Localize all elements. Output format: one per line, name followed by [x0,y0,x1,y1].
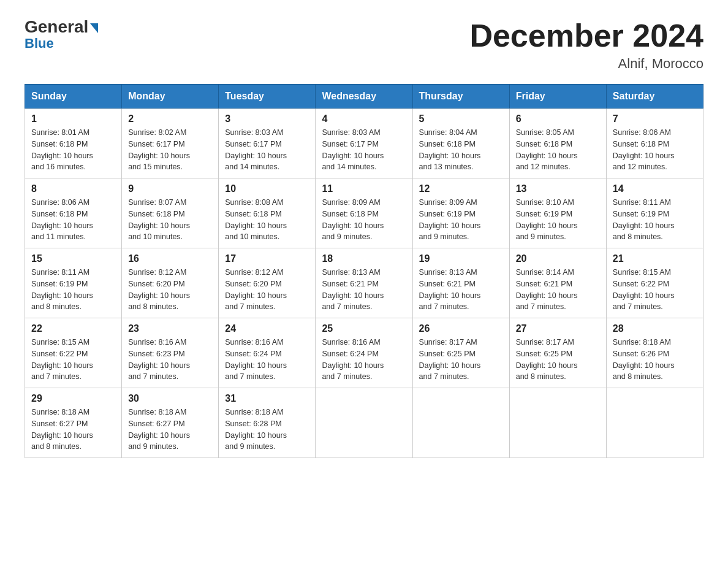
day-info: Sunrise: 8:18 AM Sunset: 6:27 PM Dayligh… [31,407,115,453]
day-info: Sunrise: 8:17 AM Sunset: 6:25 PM Dayligh… [419,337,503,383]
week-row-3: 15Sunrise: 8:11 AM Sunset: 6:19 PM Dayli… [25,248,703,318]
day-number: 10 [225,183,309,194]
calendar-cell: 8Sunrise: 8:06 AM Sunset: 6:18 PM Daylig… [25,178,122,248]
calendar-cell: 3Sunrise: 8:03 AM Sunset: 6:17 PM Daylig… [219,109,316,178]
logo-general: General [25,18,98,36]
column-header-sunday: Sunday [25,85,122,109]
calendar-table: SundayMondayTuesdayWednesdayThursdayFrid… [25,84,703,458]
calendar-cell: 11Sunrise: 8:09 AM Sunset: 6:18 PM Dayli… [316,178,412,248]
calendar-cell: 12Sunrise: 8:09 AM Sunset: 6:19 PM Dayli… [412,178,509,248]
calendar-cell: 30Sunrise: 8:18 AM Sunset: 6:27 PM Dayli… [122,388,219,458]
day-info: Sunrise: 8:01 AM Sunset: 6:18 PM Dayligh… [31,127,115,173]
day-info: Sunrise: 8:13 AM Sunset: 6:21 PM Dayligh… [419,267,503,313]
calendar-cell: 14Sunrise: 8:11 AM Sunset: 6:19 PM Dayli… [606,178,703,248]
day-info: Sunrise: 8:09 AM Sunset: 6:19 PM Dayligh… [419,197,503,243]
calendar-cell: 10Sunrise: 8:08 AM Sunset: 6:18 PM Dayli… [219,178,316,248]
day-info: Sunrise: 8:10 AM Sunset: 6:19 PM Dayligh… [516,197,600,243]
calendar-cell: 9Sunrise: 8:07 AM Sunset: 6:18 PM Daylig… [122,178,219,248]
day-info: Sunrise: 8:17 AM Sunset: 6:25 PM Dayligh… [516,337,600,383]
day-info: Sunrise: 8:08 AM Sunset: 6:18 PM Dayligh… [225,197,309,243]
calendar-cell: 23Sunrise: 8:16 AM Sunset: 6:23 PM Dayli… [122,318,219,388]
day-info: Sunrise: 8:04 AM Sunset: 6:18 PM Dayligh… [419,127,503,173]
calendar-cell: 31Sunrise: 8:18 AM Sunset: 6:28 PM Dayli… [219,388,316,458]
calendar-cell: 28Sunrise: 8:18 AM Sunset: 6:26 PM Dayli… [606,318,703,388]
day-info: Sunrise: 8:06 AM Sunset: 6:18 PM Dayligh… [31,197,115,243]
day-info: Sunrise: 8:05 AM Sunset: 6:18 PM Dayligh… [516,127,600,173]
day-info: Sunrise: 8:03 AM Sunset: 6:17 PM Dayligh… [322,127,406,173]
day-info: Sunrise: 8:16 AM Sunset: 6:24 PM Dayligh… [322,337,406,383]
logo: General Blue [25,18,98,52]
day-info: Sunrise: 8:15 AM Sunset: 6:22 PM Dayligh… [613,267,697,313]
day-number: 18 [322,253,406,264]
day-number: 21 [613,253,697,264]
week-row-5: 29Sunrise: 8:18 AM Sunset: 6:27 PM Dayli… [25,388,703,458]
location-label: Alnif, Morocco [469,56,703,72]
calendar-cell: 2Sunrise: 8:02 AM Sunset: 6:17 PM Daylig… [122,109,219,178]
day-number: 25 [322,323,406,334]
calendar-cell: 13Sunrise: 8:10 AM Sunset: 6:19 PM Dayli… [509,178,606,248]
calendar-cell: 4Sunrise: 8:03 AM Sunset: 6:17 PM Daylig… [316,109,412,178]
calendar-cell: 20Sunrise: 8:14 AM Sunset: 6:21 PM Dayli… [509,248,606,318]
day-info: Sunrise: 8:06 AM Sunset: 6:18 PM Dayligh… [613,127,697,173]
day-number: 6 [516,113,600,124]
day-info: Sunrise: 8:16 AM Sunset: 6:24 PM Dayligh… [225,337,309,383]
day-number: 31 [225,393,309,404]
day-number: 23 [128,323,212,334]
day-number: 3 [225,113,309,124]
page-header: General Blue December 2024 Alnif, Morocc… [25,18,703,72]
day-info: Sunrise: 8:11 AM Sunset: 6:19 PM Dayligh… [613,197,697,243]
calendar-cell: 26Sunrise: 8:17 AM Sunset: 6:25 PM Dayli… [412,318,509,388]
calendar-cell: 6Sunrise: 8:05 AM Sunset: 6:18 PM Daylig… [509,109,606,178]
week-row-2: 8Sunrise: 8:06 AM Sunset: 6:18 PM Daylig… [25,178,703,248]
day-info: Sunrise: 8:09 AM Sunset: 6:18 PM Dayligh… [322,197,406,243]
day-info: Sunrise: 8:15 AM Sunset: 6:22 PM Dayligh… [31,337,115,383]
day-number: 13 [516,183,600,194]
calendar-cell: 19Sunrise: 8:13 AM Sunset: 6:21 PM Dayli… [412,248,509,318]
calendar-cell [316,388,412,458]
day-info: Sunrise: 8:13 AM Sunset: 6:21 PM Dayligh… [322,267,406,313]
day-info: Sunrise: 8:14 AM Sunset: 6:21 PM Dayligh… [516,267,600,313]
day-number: 15 [31,253,115,264]
day-number: 17 [225,253,309,264]
day-number: 14 [613,183,697,194]
column-header-tuesday: Tuesday [219,85,316,109]
calendar-cell: 5Sunrise: 8:04 AM Sunset: 6:18 PM Daylig… [412,109,509,178]
day-info: Sunrise: 8:18 AM Sunset: 6:28 PM Dayligh… [225,407,309,453]
day-number: 16 [128,253,212,264]
day-number: 26 [419,323,503,334]
calendar-cell [509,388,606,458]
column-header-friday: Friday [509,85,606,109]
day-number: 24 [225,323,309,334]
day-number: 4 [322,113,406,124]
day-number: 27 [516,323,600,334]
day-info: Sunrise: 8:11 AM Sunset: 6:19 PM Dayligh… [31,267,115,313]
calendar-cell: 29Sunrise: 8:18 AM Sunset: 6:27 PM Dayli… [25,388,122,458]
day-number: 19 [419,253,503,264]
day-info: Sunrise: 8:03 AM Sunset: 6:17 PM Dayligh… [225,127,309,173]
day-number: 12 [419,183,503,194]
calendar-cell: 21Sunrise: 8:15 AM Sunset: 6:22 PM Dayli… [606,248,703,318]
day-number: 11 [322,183,406,194]
day-number: 28 [613,323,697,334]
calendar-cell: 22Sunrise: 8:15 AM Sunset: 6:22 PM Dayli… [25,318,122,388]
calendar-cell: 18Sunrise: 8:13 AM Sunset: 6:21 PM Dayli… [316,248,412,318]
day-number: 30 [128,393,212,404]
column-header-wednesday: Wednesday [316,85,412,109]
day-number: 8 [31,183,115,194]
title-block: December 2024 Alnif, Morocco [469,18,703,72]
day-number: 7 [613,113,697,124]
calendar-cell: 17Sunrise: 8:12 AM Sunset: 6:20 PM Dayli… [219,248,316,318]
day-number: 20 [516,253,600,264]
month-title: December 2024 [469,18,703,53]
calendar-header-row: SundayMondayTuesdayWednesdayThursdayFrid… [25,85,703,109]
day-number: 1 [31,113,115,124]
logo-blue: Blue [25,36,54,52]
column-header-saturday: Saturday [606,85,703,109]
day-info: Sunrise: 8:07 AM Sunset: 6:18 PM Dayligh… [128,197,212,243]
week-row-4: 22Sunrise: 8:15 AM Sunset: 6:22 PM Dayli… [25,318,703,388]
calendar-cell [606,388,703,458]
day-info: Sunrise: 8:12 AM Sunset: 6:20 PM Dayligh… [225,267,309,313]
calendar-cell: 25Sunrise: 8:16 AM Sunset: 6:24 PM Dayli… [316,318,412,388]
day-number: 5 [419,113,503,124]
calendar-cell: 7Sunrise: 8:06 AM Sunset: 6:18 PM Daylig… [606,109,703,178]
